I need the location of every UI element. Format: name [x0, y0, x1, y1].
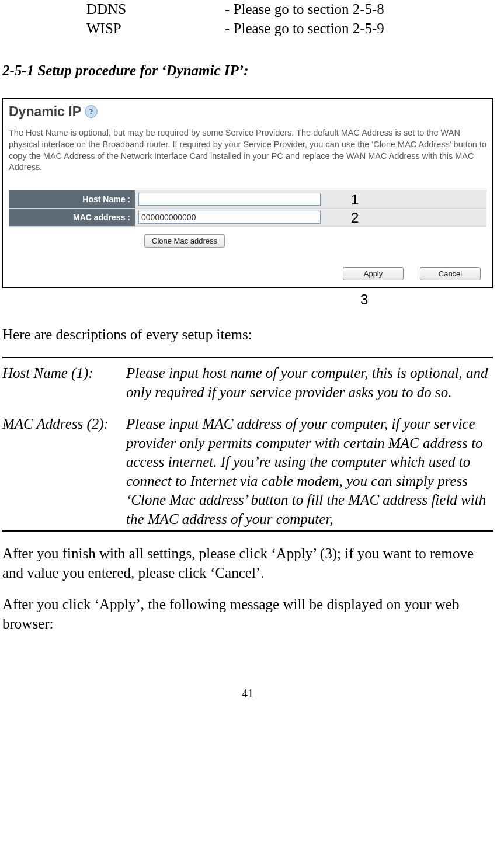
mac-address-label: MAC address : — [9, 209, 135, 226]
toc-term: WISP — [86, 19, 225, 39]
callout-3: 3 — [360, 290, 368, 308]
paragraph: After you finish with all settings, plea… — [2, 544, 493, 582]
host-name-cell: 1 — [135, 191, 486, 207]
intro-line: Here are descriptions of every setup ite… — [2, 325, 493, 345]
screenshot-title: Dynamic IP — [9, 103, 81, 121]
host-name-input[interactable] — [138, 193, 321, 206]
section-heading: 2-5-1 Setup procedure for ‘Dynamic IP’: — [2, 61, 493, 81]
toc-term: DDNS — [86, 0, 225, 19]
router-screenshot: Dynamic IP ? The Host Name is optional, … — [2, 98, 493, 288]
help-icon[interactable]: ? — [85, 105, 98, 118]
callout-1: 1 — [351, 190, 359, 209]
host-name-label: Host Name : — [9, 190, 135, 208]
toc-ref: - Please go to section 2-5-8 — [225, 0, 384, 19]
page-number: 41 — [2, 686, 493, 701]
toc-row: WISP - Please go to section 2-5-9 — [86, 19, 493, 39]
callout-3-holder: 3 — [2, 291, 493, 308]
host-name-row: Host Name : 1 — [9, 190, 486, 208]
mac-address-cell: 2 — [135, 209, 486, 225]
callout-2: 2 — [351, 209, 359, 227]
clone-mac-button[interactable]: Clone Mac address — [144, 234, 225, 248]
button-bar: Apply Cancel — [9, 267, 486, 280]
screenshot-title-bar: Dynamic IP ? — [9, 103, 486, 121]
toc-list: DDNS - Please go to section 2-5-8 WISP -… — [86, 0, 493, 38]
clone-button-row: Clone Mac address — [9, 227, 486, 251]
definition-term: MAC Address (2): — [2, 415, 126, 529]
toc-ref: - Please go to section 2-5-9 — [225, 19, 384, 39]
definition-row: MAC Address (2): Please input MAC addres… — [2, 415, 493, 529]
screenshot-description: The Host Name is optional, but may be re… — [9, 127, 486, 173]
definition-block: Host Name (1): Please input host name of… — [2, 357, 493, 532]
mac-address-row: MAC address : 2 — [9, 208, 486, 226]
apply-button[interactable]: Apply — [343, 267, 404, 280]
definition-row: Host Name (1): Please input host name of… — [2, 364, 493, 402]
toc-row: DDNS - Please go to section 2-5-8 — [86, 0, 493, 19]
paragraph: After you click ‘Apply’, the following m… — [2, 595, 493, 633]
definition-desc: Please input MAC address of your compute… — [126, 415, 493, 529]
mac-address-input[interactable] — [138, 211, 321, 224]
form-table: Host Name : 1 MAC address : 2 — [9, 190, 486, 227]
definition-term: Host Name (1): — [2, 364, 126, 402]
definition-desc: Please input host name of your computer,… — [126, 364, 493, 402]
cancel-button[interactable]: Cancel — [420, 267, 481, 280]
